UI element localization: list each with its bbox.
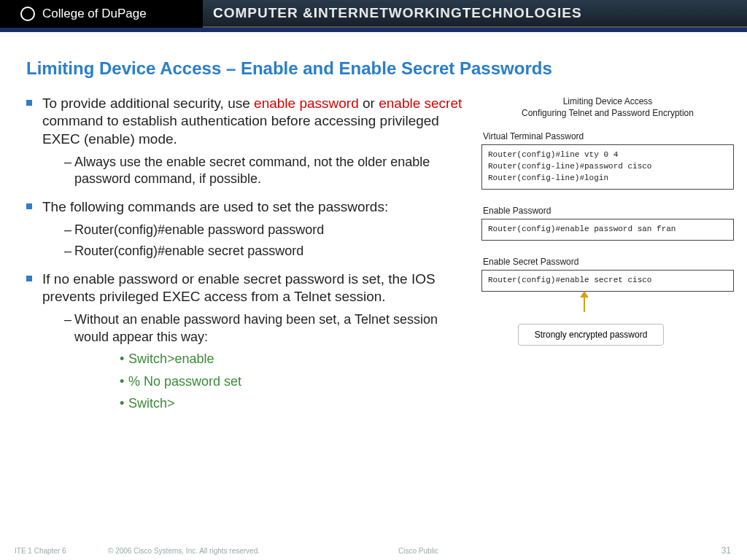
bullet-2-sub-1: Router(config)#enable password password (42, 222, 470, 238)
header-org: College of DuPage (0, 0, 203, 28)
arrow-container (481, 292, 734, 322)
section-label-enable: Enable Password (483, 206, 734, 216)
callout-box: Strongly encrypted password (518, 324, 664, 346)
bullet-2: The following commands are used to set t… (26, 198, 470, 260)
code-box-vty: Router(config)#line vty 0 4 Router(confi… (481, 144, 734, 190)
cod-logo-icon (20, 7, 35, 21)
telnet-line-2: % No password set (74, 373, 470, 390)
bullet-3-sub-1: Without an enable password having been s… (42, 311, 470, 412)
telnet-line-1: Switch>enable (74, 350, 470, 368)
bullet-3: If no enable password or enable secret p… (26, 271, 470, 412)
header-banner: COMPUTER & INTERNETWORKING TECHNOLOGIES (203, 0, 747, 28)
content-column: To provide additional security, use enab… (26, 95, 479, 422)
footer-public: Cisco Public (398, 547, 438, 555)
slide-title: Limiting Device Access – Enable and Enab… (26, 58, 734, 79)
diagram-subtitle: Configuring Telnet and Password Encrypti… (481, 108, 734, 118)
bullet-1-sub-1: Always use the enable secret command, no… (42, 154, 470, 188)
footer-page-number: 31 (721, 545, 731, 556)
slide-body: Limiting Device Access – Enable and Enab… (0, 32, 747, 560)
section-label-secret: Enable Secret Password (483, 257, 734, 267)
diagram-column: Limiting Device Access Configuring Telne… (479, 95, 734, 422)
org-name: College of DuPage (42, 7, 147, 21)
footer-copyright: © 2006 Cisco Systems, Inc. All rights re… (108, 547, 260, 555)
bullet-2-sub-2: Router(config)#enable secret password (42, 243, 470, 260)
telnet-line-3: Switch> (74, 394, 470, 412)
code-box-enable: Router(config)#enable password san fran (481, 219, 734, 241)
code-box-secret: Router(config)#enable secret cisco (481, 270, 734, 292)
footer-chapter: ITE 1 Chapter 6 (15, 547, 102, 555)
slide-header: College of DuPage COMPUTER & INTERNETWOR… (0, 0, 747, 28)
section-label-vty: Virtual Terminal Password (483, 131, 734, 141)
diagram-title: Limiting Device Access (481, 96, 734, 106)
bullet-1: To provide additional security, use enab… (26, 95, 470, 188)
highlight-enable-password: enable password (254, 96, 359, 111)
highlight-enable-secret: enable secret (379, 96, 462, 111)
slide-footer: ITE 1 Chapter 6 © 2006 Cisco Systems, In… (0, 545, 747, 556)
arrow-up-icon (584, 292, 585, 312)
